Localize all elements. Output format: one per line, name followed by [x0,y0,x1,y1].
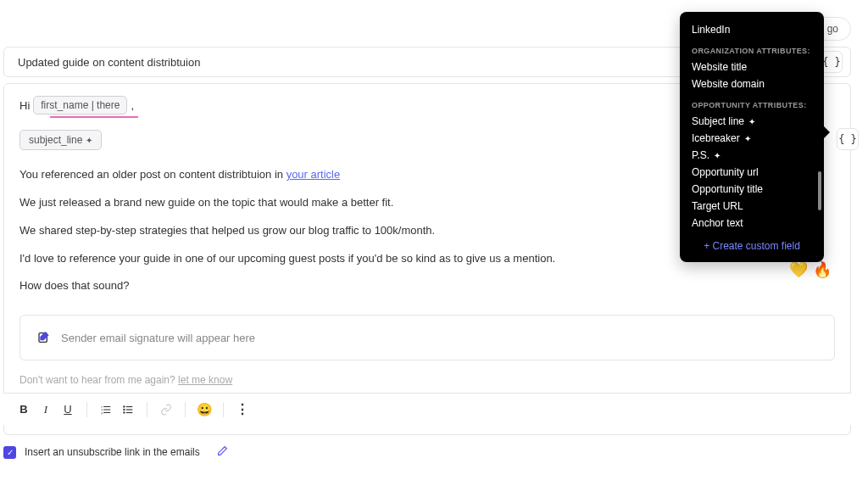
heart-sticker[interactable]: 💛 [789,260,808,279]
unsubscribe-checkbox[interactable]: ✓ [3,446,16,459]
create-custom-field-link[interactable]: + Create custom field [680,232,824,254]
chip-label: subject_line [29,134,82,146]
ordered-list-icon [100,404,112,416]
svg-point-2 [123,408,125,410]
italic-button[interactable]: I [39,403,53,416]
svg-point-3 [123,411,125,413]
toolbar-separator [185,402,186,417]
variable-item-opportunity-title[interactable]: Opportunity title [680,181,824,198]
org-attributes-header: ORGANIZATION ATTRIBUTES: [680,38,824,59]
reaction-stickers: 💛 🔥 [789,260,832,279]
link-button[interactable] [159,403,173,416]
unsubscribe-checkbox-row: ✓ Insert an unsubscribe link in the emai… [3,445,228,459]
variable-item-anchor-text[interactable]: Anchor text [680,215,824,232]
variable-item-ps[interactable]: P.S.✦ [680,147,824,164]
insert-variable-button-body[interactable]: { } [837,128,859,150]
your-article-link[interactable]: your article [287,168,341,181]
signature-placeholder[interactable]: Sender email signature will appear here [19,315,835,360]
edit-unsubscribe-button[interactable] [217,445,228,459]
first-name-token[interactable]: first_name | there [33,96,127,115]
variable-picker-panel[interactable]: LinkedIn ORGANIZATION ATTRIBUTES: Websit… [680,12,824,262]
unsubscribe-checkbox-label: Insert an unsubscribe link in the emails [25,446,200,458]
unordered-list-icon [122,404,134,416]
variable-item-linkedin[interactable]: LinkedIn [680,24,824,38]
variable-item-website-domain[interactable]: Website domain [680,75,824,92]
unsub-prefix: Don't want to hear from me again? [19,374,178,386]
svg-rect-6 [126,411,133,412]
svg-rect-4 [126,405,133,406]
tooltip-scrollbar[interactable] [818,171,821,210]
sparkle-icon: ✦ [86,136,92,145]
toolbar-separator [147,402,147,417]
more-options-button[interactable]: ⋮ [236,403,249,416]
bold-button[interactable]: B [17,403,31,416]
edit-icon [37,331,51,344]
variable-item-website-title[interactable]: Website title [680,59,824,75]
ordered-list-button[interactable] [99,403,113,416]
pencil-icon [217,445,228,456]
unsubscribe-line: Don't want to hear from me again? let me… [19,374,835,386]
greeting-prefix: Hi [19,99,30,112]
variable-item-icebreaker[interactable]: Icebreaker✦ [680,130,824,147]
subject-text: Updated guide on content distribtuion [18,56,200,69]
sparkle-icon: ✦ [748,117,755,126]
sparkle-icon: ✦ [744,134,751,143]
svg-point-1 [123,405,125,407]
p1-text: You referenced an older post on content … [19,168,287,181]
emoji-button[interactable]: 😀 [198,403,211,416]
variable-item-subject-line[interactable]: Subject line✦ [680,113,824,130]
formatting-toolbar: B I U 😀 ⋮ [3,393,851,425]
opp-attributes-header: OPPORTUNITY ATTRIBUTES: [680,92,824,113]
subject-line-variable-chip[interactable]: subject_line ✦ [19,130,102,150]
underline-button[interactable]: U [61,403,75,416]
greeting-suffix: , [131,99,134,112]
unsub-link[interactable]: let me know [178,374,232,386]
signature-text: Sender email signature will appear here [61,332,255,344]
variable-item-opportunity-url[interactable]: Opportunity url [680,164,824,181]
spellcheck-underline [50,116,138,118]
toolbar-separator [86,402,87,417]
sparkle-icon: ✦ [714,151,721,160]
svg-rect-5 [126,409,133,410]
toolbar-separator [223,402,224,417]
unordered-list-button[interactable] [121,403,135,416]
body-paragraph-5: How does that sound? [19,278,835,294]
link-icon [160,404,172,416]
variable-item-target-url[interactable]: Target URL [680,198,824,215]
flame-sticker[interactable]: 🔥 [813,260,832,279]
